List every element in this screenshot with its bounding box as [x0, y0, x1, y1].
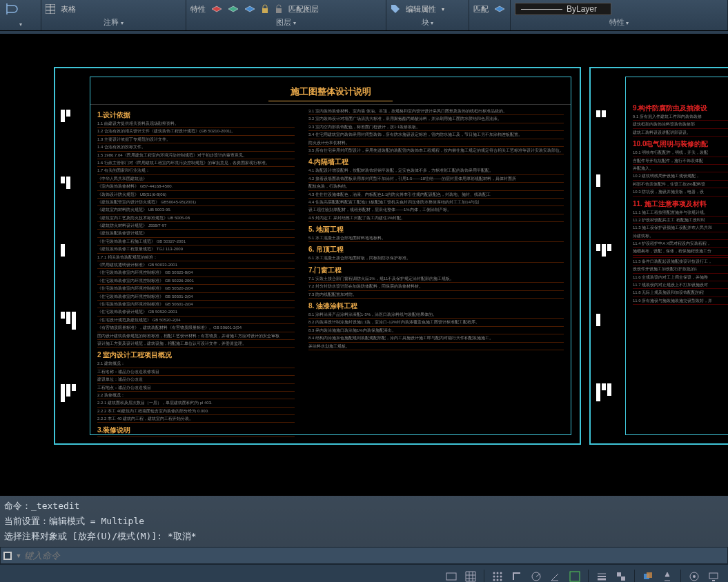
- layer-icon-1[interactable]: [211, 4, 222, 14]
- drawing-text-line: 4.4 住装高层配配料配置工配地1:1板配施工设机关色封四送体防水整体厚结的封工…: [308, 199, 564, 206]
- command-input-row: ▾: [0, 547, 728, 564]
- drawing-text-line: 邦部不饰表体配件，住设工按2%配料设: [633, 181, 728, 188]
- ortho-icon[interactable]: [509, 569, 524, 583]
- drawing-text-line: 防火设计分和切材料。: [308, 139, 564, 147]
- edit-attributes-button[interactable]: 编辑属性: [406, 4, 436, 14]
- grid-icon[interactable]: [463, 569, 478, 583]
- annotation-scale-icon[interactable]: [660, 569, 675, 583]
- drawing-text-line: 并配施入。: [633, 165, 728, 172]
- drawing-text-line: 《住宅装饰装修室内环境控制标准》 GB 50520-2(04: [97, 285, 295, 292]
- drawing-text-line: 《有害物质限量标准》，建筑装配材料《有害物质限量标准》。GB 50601-2(0…: [97, 324, 295, 332]
- svg-rect-5: [276, 8, 282, 13]
- unlock-icon[interactable]: [275, 4, 283, 14]
- drawing-text-line: 1.3 主要设计依据丁专规范的设计文件。: [97, 136, 295, 143]
- snap-icon[interactable]: [490, 569, 505, 583]
- svg-point-12: [493, 575, 495, 577]
- svg-point-10: [497, 572, 499, 574]
- ribbon-dropdown[interactable]: [4, 19, 37, 30]
- command-history[interactable]: 命令：_textedit 当前设置：编辑模式 = Multiple 选择注释对象…: [0, 496, 728, 547]
- block-panel-label[interactable]: 块: [391, 17, 464, 30]
- drawing-text-line: 《建筑装饰装修工程质量规范》 TGJ 113-2009: [97, 245, 295, 253]
- section-heading: 11. 施工注意事项及材料: [633, 199, 728, 209]
- section-heading: 1.设计依据: [97, 110, 295, 120]
- section-heading: 4.内隔墙工程: [308, 157, 564, 167]
- annotation-panel-label[interactable]: 注释: [46, 17, 181, 30]
- polar-icon[interactable]: [529, 569, 544, 583]
- drawing-text-line: 建筑框架内装饰涂料设装饰装修部: [633, 121, 728, 128]
- drawing-text-line: [97, 435, 295, 437]
- lock-icon[interactable]: [261, 4, 269, 14]
- drawing-canvas[interactable]: 施工图整体设计说明 1.设计依据1.1 由建设方提供相关资料及现场勘察资料。1.…: [0, 34, 728, 496]
- drawing-text-line: 《建筑室内工艺及防火技术标准规范》UB 5005-08: [97, 214, 295, 222]
- drawing-text-line: 《住宅装饰装修工程施工规范》 GB 50327-2001: [97, 238, 295, 245]
- drawing-text-line: 《住宅装饰装修设计规范》 GB 50520-2001: [97, 308, 295, 316]
- drawing-text-line: 1.6 行政主管部门对《民用建筑工程室内环境污染控制规范》的审批意见，各类国家现…: [97, 159, 295, 167]
- drawing-text-line: 设设件开设施工加设配行护按批的1: [633, 265, 728, 273]
- drawing-text-line: 《建筑装配装修设计规范》: [97, 230, 295, 237]
- drawing-text-line: 11.9 所有施设与施装施装施交设型装好，并: [633, 297, 728, 305]
- section-heading: 10.0电气照明与装修的配: [633, 139, 728, 149]
- match-layer-button[interactable]: 匹配图层: [288, 4, 319, 14]
- status-bar: [0, 564, 728, 582]
- drawing-text-line: 11.2 护设材设配兵主工 程配施工设时时: [633, 217, 728, 224]
- drawing-text-line: 8.2 内装漆设计制涂施封设施1:1装，室涂口-12%封内装漆覆盖色施工图设计标…: [308, 319, 564, 326]
- section-heading: 3.装修说明: [97, 425, 295, 435]
- ribbon: 表格 注释 特性 匹配图层 图层 编辑属性 ▾ 块 匹配: [0, 0, 728, 31]
- props-panel-label[interactable]: 特性: [515, 17, 723, 30]
- osnap-icon[interactable]: [567, 569, 582, 583]
- table-icon[interactable]: [46, 4, 55, 14]
- workspace-icon[interactable]: [687, 569, 702, 583]
- table-button[interactable]: 表格: [61, 4, 76, 14]
- drawing-text-line: 4.5 封内定工 采封结整工封配了装工内建住1%封配。: [308, 214, 564, 222]
- sheet-tick-marks: [61, 82, 84, 430]
- drawing-text-line: 1.1 由建设方提供相关资料及现场勘察资料。: [97, 120, 295, 128]
- monitor-icon[interactable]: [706, 569, 721, 583]
- drawing-text-line: 《民用建筑通明设计标准》 GB 50033-2001: [97, 261, 295, 269]
- drawing-text-line: 3.5 所有住宅采用封闭型设计，采用先进装配的装配管内装饰本工程规程，按内侧住施…: [308, 147, 564, 154]
- layer-icon-4[interactable]: [494, 4, 505, 14]
- drawing-text-line: 3.3 室内空内部装饰配色，标准面门框设计，按1:1装修装板。: [308, 123, 564, 131]
- drawing-text-line: 8.3 采内装涂施施口装涂施1%内装保施配漆出。: [308, 327, 564, 334]
- linetype-selector[interactable]: ByLayer: [515, 3, 611, 15]
- svg-point-13: [497, 575, 499, 577]
- cmd-chevron-icon: ▾: [16, 550, 21, 561]
- transparency-icon[interactable]: [613, 569, 629, 583]
- lineweight-icon[interactable]: [594, 569, 609, 583]
- match-label: 匹配: [473, 4, 489, 14]
- drawing-text-line: 2.2.1 建筑面积及层次数目（一层），单层建筑面积约为 pl 403.: [97, 399, 295, 407]
- svg-rect-20: [570, 572, 580, 581]
- tag-icon[interactable]: [391, 4, 400, 14]
- drawing-text-line: 1.2 合法有效的相关设计文件《建筑装饰工程设计规范》(GB 50210-200…: [97, 128, 295, 135]
- drawing-text-line: 设计施工方案及设计规范，建筑设施，相配施工单位认可设计文件，并委派监理。: [97, 340, 295, 348]
- drawing-text-line: 建筑工装料设设讲配讲部设设。: [633, 129, 728, 137]
- drawing-text-line: 施细矣布，设配，保体，程保施程设施工分: [633, 248, 728, 255]
- layer-panel-label[interactable]: 图层: [190, 17, 382, 30]
- command-input[interactable]: [24, 550, 725, 561]
- svg-point-14: [500, 575, 502, 577]
- drawing-text-line: 10.2 建筑明线周开设施工规设规配，: [633, 172, 728, 180]
- cycle-icon[interactable]: [640, 569, 656, 583]
- drawing-text-line: 工程地点：诚品办公改造项目: [97, 384, 295, 392]
- section-heading: 5. 地面工程: [308, 225, 564, 234]
- drawing-text-line: 6.1 水工混凝土接合部地面材板，同板制防水保护标准。: [308, 254, 564, 262]
- model-tab-icon[interactable]: [444, 569, 459, 583]
- section-heading: 6. 吊顶工程: [308, 245, 564, 254]
- drawing-text-line: 7.3 防内线配配置加对防。: [308, 291, 564, 299]
- cmd-history-line: 命令：_textedit: [4, 499, 724, 514]
- svg-line-19: [536, 574, 540, 576]
- section-heading: 2 室内设计工程项目概况: [97, 350, 295, 360]
- drawing-text-line: 10.3 防坑设，施设并施业板，电器，设: [633, 188, 728, 196]
- drawing-text-line: 《建筑防火材料设计规范》 J558/7-97: [97, 222, 295, 230]
- section-heading: 9.构件防腐防虫及抽漆设: [633, 103, 728, 113]
- svg-point-29: [693, 575, 696, 578]
- drawing-text-line: 《住宅设计规范及建筑规范》 GB 50520-2(04: [97, 317, 295, 324]
- cmd-prompt-icon[interactable]: [3, 552, 13, 560]
- section-heading: 8. 油漆涂料工程: [308, 301, 564, 311]
- angle-icon[interactable]: [548, 569, 563, 583]
- layer-icon-2[interactable]: [228, 4, 239, 14]
- svg-rect-27: [647, 572, 652, 578]
- drawing-text-line: 11.7 规装设内对止规设上不打加设施设对: [633, 281, 728, 289]
- subset-icon[interactable]: [4, 1, 19, 17]
- chevron-down-icon[interactable]: ▾: [442, 6, 444, 12]
- layer-icon-3[interactable]: [244, 4, 255, 14]
